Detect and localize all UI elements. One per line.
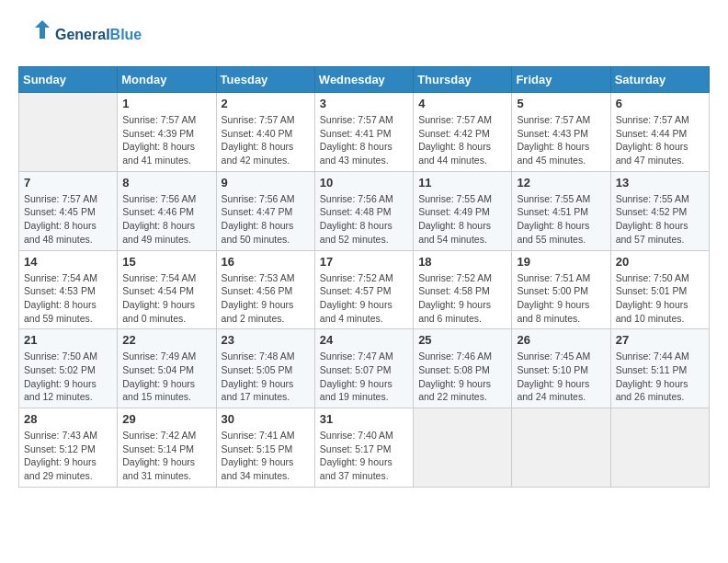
day-number: 1 [122, 97, 210, 110]
calendar-week-2: 7Sunrise: 7:57 AM Sunset: 4:45 PM Daylig… [19, 171, 710, 250]
day-detail: Sunrise: 7:56 AM Sunset: 4:47 PM Dayligh… [222, 192, 310, 247]
day-number: 12 [517, 176, 605, 190]
calendar-cell: 13Sunrise: 7:55 AM Sunset: 4:52 PM Dayli… [610, 171, 709, 250]
day-number: 23 [222, 333, 310, 347]
day-number: 28 [24, 412, 112, 426]
day-number: 15 [122, 255, 210, 269]
day-number: 13 [616, 176, 704, 190]
weekday-header-saturday: Saturday [610, 67, 709, 93]
day-number: 18 [418, 255, 506, 269]
day-detail: Sunrise: 7:46 AM Sunset: 5:08 PM Dayligh… [418, 350, 506, 404]
calendar-cell: 20Sunrise: 7:50 AM Sunset: 5:01 PM Dayli… [610, 250, 709, 329]
calendar-cell: 16Sunrise: 7:53 AM Sunset: 4:56 PM Dayli… [216, 250, 314, 329]
calendar-week-1: 1Sunrise: 7:57 AM Sunset: 4:39 PM Daylig… [19, 93, 710, 172]
calendar-cell: 5Sunrise: 7:57 AM Sunset: 4:43 PM Daylig… [512, 93, 610, 172]
day-number: 8 [122, 176, 210, 190]
calendar-cell: 28Sunrise: 7:43 AM Sunset: 5:12 PM Dayli… [19, 408, 118, 488]
day-number: 7 [24, 176, 112, 190]
calendar-cell: 6Sunrise: 7:57 AM Sunset: 4:44 PM Daylig… [610, 93, 709, 172]
calendar-cell: 12Sunrise: 7:55 AM Sunset: 4:51 PM Dayli… [512, 171, 610, 250]
day-number: 2 [222, 97, 310, 110]
calendar-cell: 22Sunrise: 7:49 AM Sunset: 5:04 PM Dayli… [118, 329, 216, 408]
calendar-week-4: 21Sunrise: 7:50 AM Sunset: 5:02 PM Dayli… [19, 329, 710, 408]
calendar-cell: 9Sunrise: 7:56 AM Sunset: 4:47 PM Daylig… [216, 171, 314, 250]
calendar-cell [512, 408, 610, 488]
day-detail: Sunrise: 7:57 AM Sunset: 4:43 PM Dayligh… [517, 113, 605, 167]
day-detail: Sunrise: 7:55 AM Sunset: 4:49 PM Dayligh… [418, 192, 506, 247]
day-detail: Sunrise: 7:54 AM Sunset: 4:53 PM Dayligh… [24, 271, 112, 326]
day-detail: Sunrise: 7:56 AM Sunset: 4:46 PM Dayligh… [122, 192, 210, 247]
day-detail: Sunrise: 7:57 AM Sunset: 4:45 PM Dayligh… [24, 192, 112, 247]
calendar-cell: 21Sunrise: 7:50 AM Sunset: 5:02 PM Dayli… [19, 329, 118, 408]
calendar-cell [414, 408, 512, 488]
day-detail: Sunrise: 7:54 AM Sunset: 4:54 PM Dayligh… [122, 271, 210, 326]
day-detail: Sunrise: 7:43 AM Sunset: 5:12 PM Dayligh… [24, 429, 112, 483]
day-detail: Sunrise: 7:52 AM Sunset: 4:57 PM Dayligh… [320, 271, 408, 326]
logo-blue: Blue [110, 27, 142, 42]
day-detail: Sunrise: 7:53 AM Sunset: 4:56 PM Dayligh… [222, 271, 310, 326]
day-detail: Sunrise: 7:42 AM Sunset: 5:14 PM Dayligh… [122, 429, 210, 483]
day-detail: Sunrise: 7:57 AM Sunset: 4:41 PM Dayligh… [320, 113, 408, 167]
logo-general: General [55, 27, 110, 42]
day-detail: Sunrise: 7:51 AM Sunset: 5:00 PM Dayligh… [517, 271, 605, 326]
day-detail: Sunrise: 7:45 AM Sunset: 5:10 PM Dayligh… [517, 350, 605, 404]
day-number: 4 [418, 97, 506, 110]
calendar-cell: 14Sunrise: 7:54 AM Sunset: 4:53 PM Dayli… [19, 250, 118, 329]
calendar-cell: 10Sunrise: 7:56 AM Sunset: 4:48 PM Dayli… [314, 171, 413, 250]
day-number: 21 [24, 333, 112, 347]
day-number: 24 [320, 333, 408, 347]
calendar-week-3: 14Sunrise: 7:54 AM Sunset: 4:53 PM Dayli… [19, 250, 710, 329]
calendar-cell: 1Sunrise: 7:57 AM Sunset: 4:39 PM Daylig… [118, 93, 216, 172]
weekday-header-sunday: Sunday [19, 67, 118, 93]
day-detail: Sunrise: 7:57 AM Sunset: 4:44 PM Dayligh… [616, 113, 704, 167]
page-header: GeneralBlue [18, 18, 710, 52]
day-detail: Sunrise: 7:47 AM Sunset: 5:07 PM Dayligh… [320, 350, 408, 404]
day-number: 3 [320, 97, 408, 110]
logo-svg [18, 18, 51, 52]
day-number: 17 [320, 255, 408, 269]
weekday-header-wednesday: Wednesday [314, 67, 413, 93]
day-number: 31 [320, 412, 408, 426]
day-number: 22 [122, 333, 210, 347]
calendar-cell: 18Sunrise: 7:52 AM Sunset: 4:58 PM Dayli… [414, 250, 512, 329]
day-number: 11 [418, 176, 506, 190]
day-detail: Sunrise: 7:44 AM Sunset: 5:11 PM Dayligh… [616, 350, 704, 404]
calendar-cell: 8Sunrise: 7:56 AM Sunset: 4:46 PM Daylig… [118, 171, 216, 250]
calendar-cell: 23Sunrise: 7:48 AM Sunset: 5:05 PM Dayli… [216, 329, 314, 408]
day-detail: Sunrise: 7:50 AM Sunset: 5:01 PM Dayligh… [616, 271, 704, 326]
day-detail: Sunrise: 7:55 AM Sunset: 4:52 PM Dayligh… [616, 192, 704, 247]
day-number: 25 [418, 333, 506, 347]
calendar-cell: 4Sunrise: 7:57 AM Sunset: 4:42 PM Daylig… [414, 93, 512, 172]
weekday-header-thursday: Thursday [414, 67, 512, 93]
logo: GeneralBlue [18, 18, 142, 52]
day-number: 14 [24, 255, 112, 269]
calendar-table: SundayMondayTuesdayWednesdayThursdayFrid… [18, 66, 710, 488]
weekday-header-monday: Monday [118, 67, 216, 93]
weekday-header-row: SundayMondayTuesdayWednesdayThursdayFrid… [19, 67, 710, 93]
day-number: 27 [616, 333, 704, 347]
day-number: 16 [222, 255, 310, 269]
calendar-cell: 17Sunrise: 7:52 AM Sunset: 4:57 PM Dayli… [314, 250, 413, 329]
calendar-cell: 19Sunrise: 7:51 AM Sunset: 5:00 PM Dayli… [512, 250, 610, 329]
day-detail: Sunrise: 7:56 AM Sunset: 4:48 PM Dayligh… [320, 192, 408, 247]
day-number: 29 [122, 412, 210, 426]
day-detail: Sunrise: 7:49 AM Sunset: 5:04 PM Dayligh… [122, 350, 210, 404]
day-number: 9 [222, 176, 310, 190]
day-detail: Sunrise: 7:57 AM Sunset: 4:42 PM Dayligh… [418, 113, 506, 167]
calendar-cell: 24Sunrise: 7:47 AM Sunset: 5:07 PM Dayli… [314, 329, 413, 408]
calendar-cell: 29Sunrise: 7:42 AM Sunset: 5:14 PM Dayli… [118, 408, 216, 488]
calendar-cell [610, 408, 709, 488]
calendar-cell: 11Sunrise: 7:55 AM Sunset: 4:49 PM Dayli… [414, 171, 512, 250]
day-detail: Sunrise: 7:48 AM Sunset: 5:05 PM Dayligh… [222, 350, 310, 404]
calendar-cell: 30Sunrise: 7:41 AM Sunset: 5:15 PM Dayli… [216, 408, 314, 488]
calendar-week-5: 28Sunrise: 7:43 AM Sunset: 5:12 PM Dayli… [19, 408, 710, 488]
day-number: 20 [616, 255, 704, 269]
calendar-cell: 27Sunrise: 7:44 AM Sunset: 5:11 PM Dayli… [610, 329, 709, 408]
day-detail: Sunrise: 7:40 AM Sunset: 5:17 PM Dayligh… [320, 429, 408, 483]
day-number: 26 [517, 333, 605, 347]
day-detail: Sunrise: 7:52 AM Sunset: 4:58 PM Dayligh… [418, 271, 506, 326]
day-detail: Sunrise: 7:57 AM Sunset: 4:39 PM Dayligh… [122, 113, 210, 167]
calendar-cell: 31Sunrise: 7:40 AM Sunset: 5:17 PM Dayli… [314, 408, 413, 488]
calendar-cell: 25Sunrise: 7:46 AM Sunset: 5:08 PM Dayli… [414, 329, 512, 408]
day-number: 6 [616, 97, 704, 110]
